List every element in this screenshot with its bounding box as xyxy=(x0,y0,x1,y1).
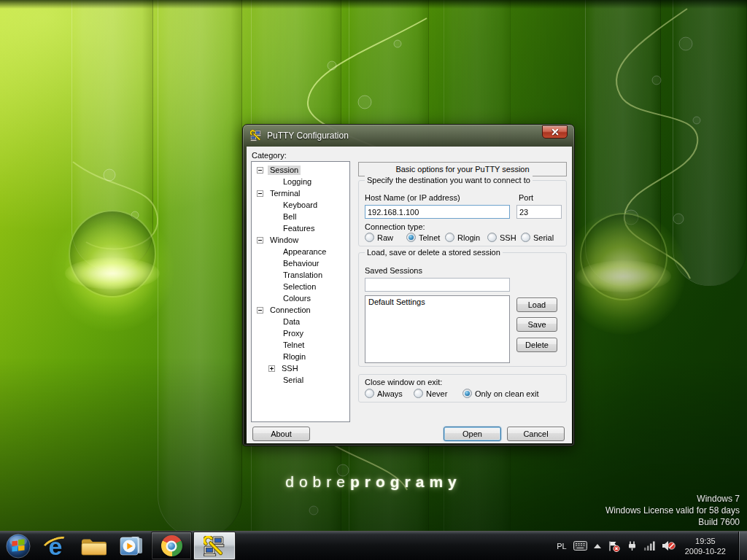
radio-icon xyxy=(462,389,472,398)
tree-item-ssh[interactable]: SSH xyxy=(252,362,349,374)
saved-session-group: Load, save or delete a stored session Sa… xyxy=(358,252,567,367)
radio-icon xyxy=(406,233,416,242)
radio-serial[interactable]: Serial xyxy=(521,233,554,242)
folder-icon xyxy=(80,535,107,557)
expand-icon[interactable] xyxy=(268,365,275,372)
chrome-icon xyxy=(161,535,182,556)
tree-item-rlogin[interactable]: Rlogin xyxy=(252,351,349,362)
host-name-label: Host Name (or IP address) xyxy=(365,193,460,202)
wallpaper-tube xyxy=(673,0,747,286)
radio-always[interactable]: Always xyxy=(365,389,403,398)
window-titlebar[interactable]: PuTTY Configuration xyxy=(243,125,574,147)
taskbar: e xyxy=(0,531,747,560)
start-button[interactable] xyxy=(0,532,36,560)
wallpaper-orb-core xyxy=(65,257,160,289)
watermark-line: Windows 7 xyxy=(605,493,740,505)
tray-clock[interactable]: 19:35 2009-10-22 xyxy=(685,536,726,556)
windows-build-watermark: Windows 7 Windows License valid for 58 d… xyxy=(605,493,740,528)
load-button[interactable]: Load xyxy=(516,298,557,312)
tree-item-connection[interactable]: Connection xyxy=(252,304,349,316)
collapse-icon[interactable] xyxy=(257,307,263,314)
host-name-input[interactable] xyxy=(365,205,510,219)
save-button[interactable]: Save xyxy=(516,317,557,332)
watermark-line: Windows License valid for 58 days xyxy=(605,505,740,516)
taskbar-item-internet-explorer[interactable]: e xyxy=(36,532,74,560)
panel-header: Basic options for your PuTTY session xyxy=(358,162,567,176)
collapse-icon[interactable] xyxy=(257,237,263,244)
taskbar-item-windows-explorer[interactable] xyxy=(74,532,112,560)
radio-rlogin[interactable]: Rlogin xyxy=(445,233,480,242)
wallpaper-orb-core xyxy=(576,260,671,292)
tree-item-appearance[interactable]: Appearance xyxy=(252,246,349,257)
window-title: PuTTY Configuration xyxy=(267,131,349,141)
tree-item-bell[interactable]: Bell xyxy=(252,211,349,222)
cancel-button[interactable]: Cancel xyxy=(507,427,565,441)
destination-group-legend: Specify the destination you want to conn… xyxy=(365,176,533,184)
session-group-legend: Load, save or delete a stored session xyxy=(365,248,503,257)
radio-icon xyxy=(445,233,454,242)
volume-muted-icon[interactable] xyxy=(662,540,676,551)
radio-icon xyxy=(414,389,423,398)
taskbar-item-media-player[interactable] xyxy=(112,532,150,560)
tree-item-features[interactable]: Features xyxy=(252,222,349,234)
media-player-icon xyxy=(118,534,144,558)
close-button[interactable] xyxy=(542,125,568,139)
tray-time: 19:35 xyxy=(685,536,726,546)
dobreprogramy-logo: dobreprogramy xyxy=(285,473,462,491)
radio-only-on-clean-exit[interactable]: Only on clean exit xyxy=(462,389,538,398)
tree-item-colours[interactable]: Colours xyxy=(252,292,349,304)
tree-item-keyboard[interactable]: Keyboard xyxy=(252,199,349,211)
tree-item-selection[interactable]: Selection xyxy=(252,281,349,292)
tree-item-serial[interactable]: Serial xyxy=(252,374,349,386)
taskbar-item-chrome[interactable] xyxy=(151,532,192,560)
saved-sessions-list[interactable]: Default Settings xyxy=(365,295,510,363)
logo-bold-part: programy xyxy=(350,473,462,490)
about-button[interactable]: About xyxy=(252,427,310,441)
taskbar-item-putty[interactable] xyxy=(193,532,236,560)
keyboard-icon[interactable] xyxy=(573,541,587,551)
tree-item-session[interactable]: Session xyxy=(252,164,349,176)
port-input[interactable] xyxy=(516,205,562,219)
radio-ssh[interactable]: SSH xyxy=(487,233,516,242)
close-on-exit-label: Close window on exit: xyxy=(365,378,442,386)
logo-light-part: dobre xyxy=(285,473,350,490)
power-icon[interactable] xyxy=(627,540,638,551)
radio-telnet[interactable]: Telnet xyxy=(406,233,440,242)
tree-item-logging[interactable]: Logging xyxy=(252,176,349,187)
show-desktop-button[interactable] xyxy=(738,532,747,560)
putty-window-icon xyxy=(250,130,262,141)
tree-item-behaviour[interactable]: Behaviour xyxy=(252,257,349,269)
network-signal-icon[interactable] xyxy=(644,541,655,551)
system-tray: PL xyxy=(557,532,747,560)
collapse-icon[interactable] xyxy=(257,190,263,197)
internet-explorer-icon: e xyxy=(42,533,69,559)
tree-item-data[interactable]: Data xyxy=(252,316,349,327)
show-hidden-icons-button[interactable] xyxy=(594,544,601,548)
port-label: Port xyxy=(519,193,533,202)
delete-button[interactable]: Delete xyxy=(516,338,557,352)
radio-icon xyxy=(365,233,374,242)
taskbar-apps: e xyxy=(0,532,236,560)
dialog-client-area: Category: Session Logging Terminal Keybo… xyxy=(247,147,572,443)
collapse-icon[interactable] xyxy=(257,167,263,174)
action-center-alert-icon[interactable] xyxy=(608,540,620,552)
radio-icon xyxy=(487,233,497,242)
tree-item-translation[interactable]: Translation xyxy=(252,269,349,281)
radio-never[interactable]: Never xyxy=(414,389,447,398)
tree-item-proxy[interactable]: Proxy xyxy=(252,327,349,339)
open-button[interactable]: Open xyxy=(444,427,501,441)
tree-item-telnet[interactable]: Telnet xyxy=(252,339,349,351)
windows-start-orb-icon xyxy=(4,532,32,560)
tree-item-window[interactable]: Window xyxy=(252,234,349,246)
tree-item-terminal[interactable]: Terminal xyxy=(252,187,349,199)
list-item-default-settings[interactable]: Default Settings xyxy=(368,298,506,306)
putty-icon xyxy=(204,536,225,556)
watermark-line: Build 7600 xyxy=(605,516,740,528)
saved-sessions-label: Saved Sessions xyxy=(365,266,422,275)
language-indicator[interactable]: PL xyxy=(557,542,566,551)
radio-icon xyxy=(521,233,530,242)
radio-raw[interactable]: Raw xyxy=(365,233,393,242)
category-tree[interactable]: Session Logging Terminal Keyboard Bell F… xyxy=(251,161,350,422)
category-label: Category: xyxy=(252,151,287,160)
saved-sessions-input[interactable] xyxy=(365,278,510,292)
